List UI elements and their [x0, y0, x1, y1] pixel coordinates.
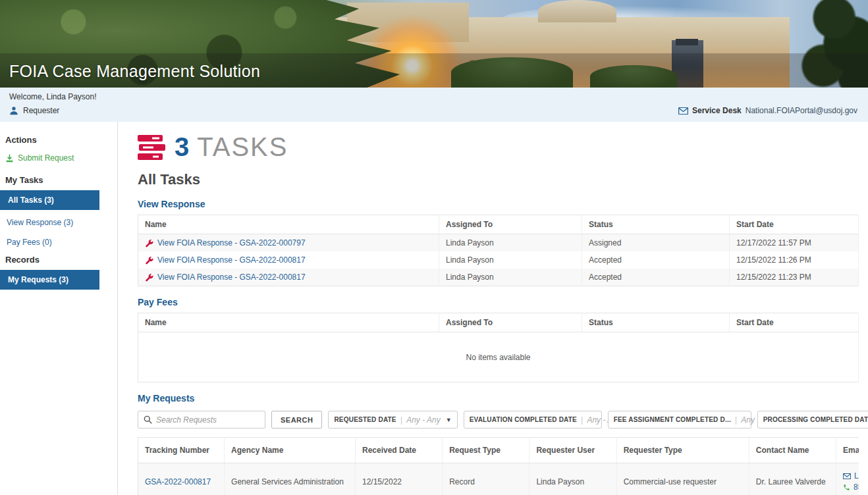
banner-skyscraper-cap	[676, 39, 698, 45]
sidebar-item-submit-request[interactable]: Submit Request	[0, 147, 117, 169]
start-date-cell: 12/15/2022 11:26 PM	[730, 251, 859, 269]
view-response-table: Name Assigned To Status Start Date View …	[138, 215, 859, 286]
column-header-assigned-to[interactable]: Assigned To	[439, 313, 582, 332]
column-header-request-type[interactable]: Request Type	[443, 438, 529, 463]
empty-message: No items available	[138, 332, 859, 382]
wrench-icon	[145, 273, 153, 282]
user-icon	[9, 106, 18, 115]
app-title: FOIA Case Management Solution	[9, 62, 260, 81]
column-header-tracking-number[interactable]: Tracking Number	[138, 438, 225, 463]
sidebar-heading-actions: Actions	[0, 128, 117, 147]
status-cell: Accepted	[582, 251, 730, 269]
welcome-bar: Welcome, Linda Payson! Requester Service…	[0, 88, 868, 122]
phone-icon	[843, 484, 850, 491]
my-requests-table-wrap: Tracking Number Agency Name Received Dat…	[138, 437, 859, 495]
tasks-count: 3	[175, 132, 189, 162]
search-box	[138, 411, 265, 429]
filter-evaluation-completed-date[interactable]: EVALUATION COMPLETED DATE | Any - Any ▼	[464, 411, 602, 429]
column-header-contact-name[interactable]: Contact Name	[749, 438, 836, 463]
column-header-received-date[interactable]: Received Date	[355, 438, 442, 463]
received-date-cell: 12/15/2022	[355, 463, 442, 495]
banner-building-dome	[538, 0, 616, 22]
email-phone-cell: Laureevalverde@gmail.com 8523697415	[836, 463, 859, 495]
section-title-my-requests: My Requests	[138, 393, 859, 404]
column-header-requester-type[interactable]: Requester Type	[616, 438, 749, 463]
service-desk-email[interactable]: National.FOIAPortal@usdoj.gov	[746, 106, 857, 115]
filter-fee-assignment-completed-date[interactable]: FEE ASSIGNMENT COMPLETED D... | Any - An…	[608, 411, 751, 429]
service-desk: Service Desk National.FOIAPortal@usdoj.g…	[678, 106, 857, 115]
task-link[interactable]: View FOIA Response - GSA-2022-000817	[157, 255, 306, 265]
start-date-cell: 12/15/2022 11:23 PM	[730, 269, 859, 286]
table-row: View FOIA Response - GSA-2022-000817 Lin…	[138, 251, 859, 269]
sidebar-heading-records: Records	[0, 252, 117, 267]
search-icon	[144, 415, 152, 424]
column-header-name[interactable]: Name	[138, 215, 439, 234]
welcome-greeting: Welcome, Linda Payson!	[9, 92, 97, 101]
column-header-assigned-to[interactable]: Assigned To	[439, 215, 582, 234]
section-title-view-response: View Response	[138, 199, 859, 209]
envelope-icon	[843, 473, 851, 479]
start-date-cell: 12/17/2022 11:57 PM	[730, 234, 859, 252]
download-icon	[5, 154, 14, 163]
tasks-word: TASKS	[197, 132, 288, 162]
status-cell: Assigned	[582, 234, 730, 252]
phone-link[interactable]: 8523697415	[854, 482, 859, 493]
task-link[interactable]: View FOIA Response - GSA-2022-000797	[157, 238, 306, 248]
search-input[interactable]	[156, 415, 259, 425]
status-cell: Accepted	[582, 269, 730, 286]
main-content: 3 TASKS All Tasks View Response Name Ass…	[117, 122, 868, 495]
agency-name-cell: General Services Administration	[225, 463, 356, 495]
chevron-down-icon: ▼	[441, 417, 452, 423]
tasks-header: 3 TASKS	[138, 132, 859, 162]
table-row: View FOIA Response - GSA-2022-000817 Lin…	[138, 269, 859, 286]
tasks-icon	[138, 135, 167, 160]
column-header-name[interactable]: Name	[138, 313, 439, 332]
assigned-to-cell: Linda Payson	[439, 269, 582, 286]
email-link[interactable]: Laureevalverde@gmail.com	[854, 471, 859, 482]
sidebar-item-pay-fees[interactable]: Pay Fees (0)	[0, 232, 117, 252]
column-header-agency-name[interactable]: Agency Name	[225, 438, 356, 463]
column-header-status[interactable]: Status	[582, 313, 730, 332]
requester-type-cell: Commercial-use requester	[616, 463, 749, 495]
page-title: All Tasks	[138, 171, 859, 188]
tracking-number-link[interactable]: GSA-2022-000817	[145, 477, 211, 486]
filter-requested-date[interactable]: REQUESTED DATE | Any - Any ▼	[328, 411, 457, 429]
table-row: GSA-2022-000817 General Services Adminis…	[138, 463, 859, 495]
column-header-requester-user[interactable]: Requester User	[529, 438, 616, 463]
wrench-icon	[145, 256, 153, 265]
sidebar: Actions Submit Request My Tasks All Task…	[0, 122, 117, 495]
contact-name-cell: Dr. Lauree Valverde	[749, 463, 836, 495]
my-requests-table: Tracking Number Agency Name Received Dat…	[138, 437, 859, 495]
sidebar-item-my-requests[interactable]: My Requests (3)	[0, 270, 99, 290]
column-header-start-date[interactable]: Start Date	[730, 215, 859, 234]
assigned-to-cell: Linda Payson	[439, 234, 582, 252]
user-role-label: Requester	[23, 106, 59, 115]
request-type-cell: Record	[443, 463, 529, 495]
filter-processing-completed-date[interactable]: PROCESSING COMPLETED DATE | Any - Any ▼	[757, 411, 868, 429]
column-header-start-date[interactable]: Start Date	[730, 313, 859, 332]
assigned-to-cell: Linda Payson	[439, 251, 582, 269]
banner-image: FOIA Case Management Solution	[0, 0, 868, 88]
user-role: Requester	[9, 106, 97, 115]
sidebar-item-all-tasks[interactable]: All Tasks (3)	[0, 190, 99, 210]
sidebar-item-view-response[interactable]: View Response (3)	[0, 213, 117, 232]
section-title-pay-fees: Pay Fees	[138, 297, 859, 307]
filter-bar: SEARCH REQUESTED DATE | Any - Any ▼ EVAL…	[138, 410, 859, 429]
service-desk-label: Service Desk	[692, 106, 742, 115]
column-header-email-phone[interactable]: Email/Phone Number	[836, 438, 859, 463]
wrench-icon	[145, 239, 153, 248]
submit-request-label: Submit Request	[18, 153, 74, 163]
pay-fees-table: Name Assigned To Status Start Date No it…	[138, 313, 859, 382]
column-header-status[interactable]: Status	[582, 215, 730, 234]
envelope-icon	[678, 107, 688, 115]
search-button[interactable]: SEARCH	[271, 411, 322, 429]
task-link[interactable]: View FOIA Response - GSA-2022-000817	[157, 273, 306, 282]
table-row: View FOIA Response - GSA-2022-000797 Lin…	[138, 234, 859, 252]
sidebar-heading-my-tasks: My Tasks	[0, 169, 117, 188]
requester-user-cell: Linda Payson	[529, 463, 616, 495]
